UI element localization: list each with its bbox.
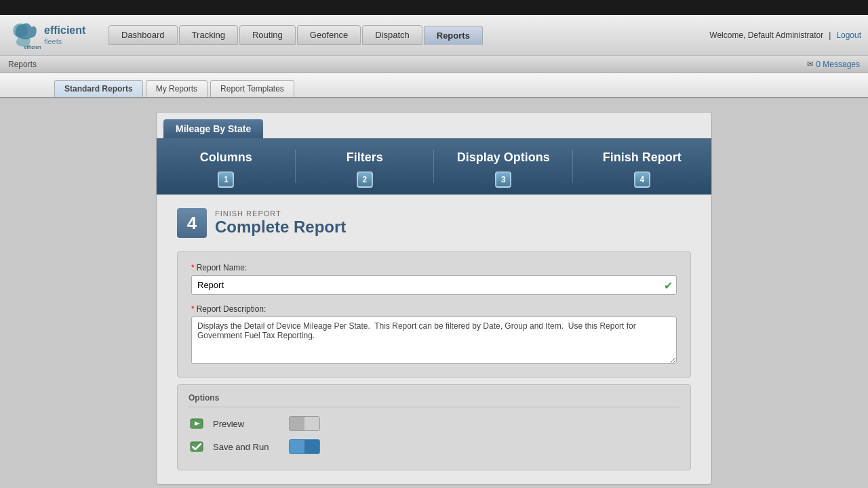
step-display-label: Display Options (441, 150, 566, 165)
sub-tab-my[interactable]: My Reports (146, 80, 208, 97)
options-title: Options (189, 393, 679, 407)
preview-label: Preview (213, 419, 281, 429)
step-columns-label: Columns (163, 150, 289, 165)
required-star-desc: * (191, 304, 195, 314)
separator-icon: | (829, 30, 831, 40)
form-area: *Report Name: ✔ *Report Description: Dis… (177, 251, 691, 378)
report-name-wrapper: ✔ (191, 275, 677, 295)
sub-tabs-bar: Standard Reports My Reports Report Templ… (0, 73, 868, 98)
step-number-row: 4 FINISH REPORT Complete Report (177, 208, 691, 238)
finish-report-label: FINISH REPORT (215, 209, 346, 218)
messages-area: ✉ 0 Messages (807, 60, 860, 69)
report-card: Mileage By State Columns 1 Filters 2 Dis… (156, 112, 712, 485)
complete-title: Complete Report (215, 218, 346, 237)
welcome-text: Welcome, Default Administrator (709, 30, 823, 40)
step-filters-badge: 2 (357, 171, 373, 188)
main-content: Mileage By State Columns 1 Filters 2 Dis… (0, 98, 868, 488)
toggle-on-right (304, 440, 319, 453)
sub-tab-templates[interactable]: Report Templates (210, 80, 294, 97)
step-finish-badge: 4 (634, 171, 650, 188)
complete-section: 4 FINISH REPORT Complete Report *Report … (157, 195, 711, 484)
toggle-on-left (290, 440, 304, 453)
logo-icon: efficient fleets (7, 20, 41, 50)
step-filters-label: Filters (302, 150, 428, 165)
save-run-label: Save and Run (213, 442, 281, 452)
wizard-step-display[interactable]: Display Options 3 (434, 138, 573, 195)
logout-link[interactable]: Logout (836, 30, 861, 40)
breadcrumb-bar: Reports ✉ 0 Messages (0, 56, 868, 73)
preview-option-row: Preview (189, 415, 679, 432)
breadcrumb: Reports (8, 60, 37, 69)
step-columns-badge: 1 (218, 171, 234, 188)
report-description-input[interactable]: Displays the Detail of Device Mileage Pe… (191, 317, 677, 364)
preview-svg-icon (189, 416, 204, 431)
sub-tab-standard[interactable]: Standard Reports (54, 80, 143, 97)
step-wizard: Columns 1 Filters 2 Display Options 3 Fi… (157, 138, 711, 195)
step-finish-label: Finish Report (580, 150, 705, 165)
wizard-step-columns[interactable]: Columns 1 (157, 138, 296, 195)
nav-tab-geofence[interactable]: Geofence (297, 25, 361, 45)
step-display-badge: 3 (495, 171, 511, 188)
required-star-name: * (191, 263, 195, 272)
nav-tab-dashboard[interactable]: Dashboard (108, 25, 178, 45)
toggle-off-half (290, 417, 304, 430)
nav-tab-tracking[interactable]: Tracking (179, 25, 238, 45)
toggle-on-half (304, 417, 319, 430)
options-section: Options Preview (177, 384, 691, 470)
step-title-col: FINISH REPORT Complete Report (215, 209, 346, 237)
messages-link[interactable]: 0 Messages (816, 60, 860, 69)
checkmark-icon: ✔ (664, 279, 673, 291)
nav-tab-dispatch[interactable]: Dispatch (362, 25, 422, 45)
save-run-toggle[interactable] (289, 439, 320, 454)
save-run-icon (189, 439, 205, 455)
logo-area: efficient fleets efficient fleets (7, 20, 108, 50)
wizard-step-finish[interactable]: Finish Report 4 (573, 138, 712, 195)
wizard-step-filters[interactable]: Filters 2 (296, 138, 435, 195)
report-name-label: *Report Name: (191, 263, 677, 272)
nav-tab-routing[interactable]: Routing (239, 25, 296, 45)
save-run-option-row: Save and Run (189, 439, 679, 455)
brand-name-fleets: fleets (44, 37, 85, 46)
save-run-svg-icon (189, 439, 204, 454)
report-description-label: *Report Description: (191, 304, 677, 314)
header-right: Welcome, Default Administrator | Logout (709, 30, 861, 40)
nav-tab-reports[interactable]: Reports (424, 26, 483, 45)
header: efficient fleets efficient fleets Dashbo… (0, 15, 868, 56)
preview-toggle[interactable] (289, 416, 320, 431)
big-step-number: 4 (177, 208, 207, 238)
top-bar (0, 0, 868, 15)
svg-text:fleets: fleets (24, 49, 34, 50)
report-name-input[interactable] (191, 275, 677, 295)
report-title: Mileage By State (163, 119, 263, 138)
brand-name-efficient: efficient (44, 24, 85, 37)
preview-icon (189, 415, 205, 432)
envelope-icon: ✉ (807, 60, 813, 68)
